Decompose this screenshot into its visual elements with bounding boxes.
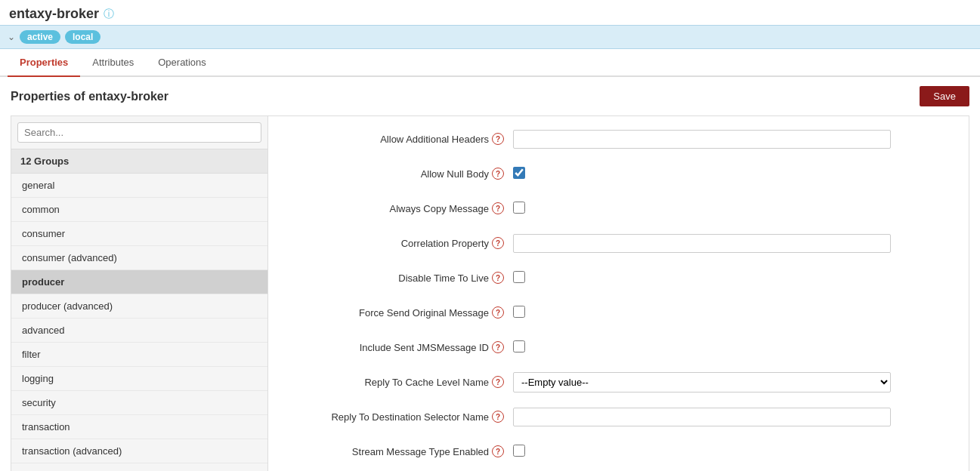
property-row-5: Force Send Original Message? xyxy=(286,302,951,323)
tab-operations[interactable]: Operations xyxy=(146,49,218,77)
property-checkbox-2[interactable] xyxy=(513,202,525,214)
help-icon-9[interactable]: ? xyxy=(492,445,504,457)
property-checkbox-4[interactable] xyxy=(513,271,525,283)
property-label-text-4: Disable Time To Live xyxy=(398,272,489,284)
property-label-7: Reply To Cache Level Name? xyxy=(286,376,513,388)
status-bar: ⌄ active local xyxy=(0,25,980,49)
tab-properties[interactable]: Properties xyxy=(8,49,80,77)
property-label-text-3: Correlation Property xyxy=(401,238,489,249)
help-icon-3[interactable]: ? xyxy=(492,237,504,249)
sidebar-item-logging[interactable]: logging xyxy=(11,367,267,391)
sidebar: 12 Groups generalcommonconsumerconsumer … xyxy=(11,116,268,471)
sidebar-item-filter[interactable]: filter xyxy=(11,343,267,367)
property-label-text-0: Allow Additional Headers xyxy=(380,134,489,145)
page-title: Properties of entaxy-broker xyxy=(11,90,168,103)
property-value-4 xyxy=(513,271,951,285)
sidebar-item-producer[interactable]: producer xyxy=(11,270,267,294)
main-layout: 12 Groups generalcommonconsumerconsumer … xyxy=(11,115,969,471)
sidebar-item-transaction[interactable]: transaction xyxy=(11,415,267,439)
content-area: Allow Additional Headers?Allow Null Body… xyxy=(268,116,969,471)
properties-list: Allow Additional Headers?Allow Null Body… xyxy=(286,128,951,462)
tabs: Properties Attributes Operations xyxy=(0,49,980,77)
property-label-text-2: Always Copy Message xyxy=(390,203,490,214)
property-label-5: Force Send Original Message? xyxy=(286,306,513,319)
property-value-2 xyxy=(513,202,951,216)
property-value-5 xyxy=(513,306,951,320)
property-label-3: Correlation Property? xyxy=(286,237,513,249)
help-icon-5[interactable]: ? xyxy=(492,306,504,319)
page-title-row: Properties of entaxy-broker Save xyxy=(11,86,969,106)
search-input[interactable] xyxy=(17,122,261,143)
help-icon-7[interactable]: ? xyxy=(492,376,504,388)
chevron-down-icon[interactable]: ⌄ xyxy=(8,32,15,42)
property-label-text-8: Reply To Destination Selector Name xyxy=(331,411,489,423)
property-row-0: Allow Additional Headers? xyxy=(286,128,951,149)
property-label-6: Include Sent JMSMessage ID? xyxy=(286,341,513,353)
property-value-8 xyxy=(513,408,951,426)
property-label-text-5: Force Send Original Message xyxy=(359,307,489,319)
property-input-0[interactable] xyxy=(513,130,891,149)
property-row-1: Allow Null Body? xyxy=(286,163,951,184)
sidebar-item-transaction-advanced[interactable]: transaction (advanced) xyxy=(11,439,267,463)
sidebar-item-common[interactable]: common xyxy=(11,198,267,222)
help-icon-0[interactable]: ? xyxy=(492,133,504,145)
property-label-text-6: Include Sent JMSMessage ID xyxy=(360,342,489,353)
property-select-7[interactable]: --Empty value-- xyxy=(513,372,891,392)
badge-active: active xyxy=(20,30,60,44)
property-value-3 xyxy=(513,234,951,253)
tab-attributes[interactable]: Attributes xyxy=(80,49,146,77)
help-icon-6[interactable]: ? xyxy=(492,341,504,353)
save-button[interactable]: Save xyxy=(920,86,969,106)
property-row-9: Stream Message Type Enabled? xyxy=(286,441,951,462)
property-checkbox-5[interactable] xyxy=(513,306,525,318)
groups-header: 12 Groups xyxy=(11,149,267,174)
property-row-2: Always Copy Message? xyxy=(286,198,951,219)
page-content: Properties of entaxy-broker Save 12 Grou… xyxy=(0,77,980,471)
property-checkbox-1[interactable] xyxy=(513,167,525,179)
property-checkbox-6[interactable] xyxy=(513,340,525,352)
help-icon-1[interactable]: ? xyxy=(492,168,504,180)
property-label-text-9: Stream Message Type Enabled xyxy=(352,446,489,457)
sidebar-item-consumer[interactable]: consumer xyxy=(11,222,267,246)
help-icon-8[interactable]: ? xyxy=(492,411,504,423)
property-label-0: Allow Additional Headers? xyxy=(286,133,513,145)
property-value-0 xyxy=(513,130,951,149)
property-row-3: Correlation Property? xyxy=(286,232,951,254)
help-icon-4[interactable]: ? xyxy=(492,272,504,284)
property-label-text-7: Reply To Cache Level Name xyxy=(364,377,489,388)
sidebar-item-consumer-advanced[interactable]: consumer (advanced) xyxy=(11,246,267,270)
sidebar-item-producer-advanced[interactable]: producer (advanced) xyxy=(11,294,267,319)
property-row-8: Reply To Destination Selector Name? xyxy=(286,406,951,427)
property-label-4: Disable Time To Live? xyxy=(286,272,513,284)
sidebar-item-security[interactable]: security xyxy=(11,391,267,415)
property-input-3[interactable] xyxy=(513,234,891,253)
property-value-6 xyxy=(513,340,951,355)
property-label-9: Stream Message Type Enabled? xyxy=(286,445,513,457)
app-header: entaxy-broker ⓘ xyxy=(0,0,980,25)
help-icon-2[interactable]: ? xyxy=(492,202,504,214)
property-label-2: Always Copy Message? xyxy=(286,202,513,214)
property-value-9 xyxy=(513,445,951,459)
property-row-7: Reply To Cache Level Name?--Empty value-… xyxy=(286,371,951,392)
sidebar-item-advanced[interactable]: advanced xyxy=(11,319,267,343)
info-icon[interactable]: ⓘ xyxy=(104,8,114,21)
sidebar-items-list: generalcommonconsumerconsumer (advanced)… xyxy=(11,174,267,463)
property-label-text-1: Allow Null Body xyxy=(421,168,489,180)
property-row-4: Disable Time To Live? xyxy=(286,267,951,288)
property-value-1 xyxy=(513,167,951,181)
app-title: entaxy-broker xyxy=(9,6,99,22)
badge-local: local xyxy=(65,30,100,44)
sidebar-search-container xyxy=(11,116,267,149)
property-input-8[interactable] xyxy=(513,408,891,426)
property-checkbox-9[interactable] xyxy=(513,445,525,457)
sidebar-item-general[interactable]: general xyxy=(11,174,267,198)
property-row-6: Include Sent JMSMessage ID? xyxy=(286,337,951,358)
property-label-1: Allow Null Body? xyxy=(286,168,513,180)
property-label-8: Reply To Destination Selector Name? xyxy=(286,411,513,423)
property-value-7: --Empty value-- xyxy=(513,372,951,392)
